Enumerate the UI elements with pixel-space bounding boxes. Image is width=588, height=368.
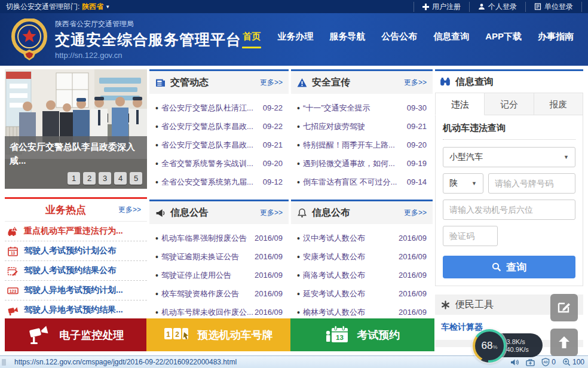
info-notice-section: 信息公告 更多>> •机动车临界强制报废公告2016/09 •驾驶证逾期未换证公…	[149, 200, 289, 321]
column-news-left: 交管动态 更多>> •省公安厅交警总队杜清江...09-22 •省公安厅交警总队…	[149, 69, 289, 347]
bullet: •	[155, 234, 158, 243]
info-publish-more[interactable]: 更多>>	[404, 208, 427, 218]
news-link[interactable]: •校车驾驶资格作废公告2016/09	[155, 284, 283, 303]
news-link[interactable]: •全省公安交警系统第九届...09-12	[155, 173, 283, 191]
engine-number-input[interactable]	[443, 200, 575, 220]
news-link[interactable]: •延安考试人数公布2016/09	[297, 284, 427, 303]
carousel-page-4[interactable]: 4	[114, 172, 127, 185]
nav-business[interactable]: 业务办理	[277, 31, 313, 48]
hot-more-link[interactable]: 更多>>	[118, 205, 141, 215]
carousel-page-1[interactable]: 1	[68, 172, 80, 185]
vehicle-type-select[interactable]: 小型汽车 ▼	[443, 147, 575, 167]
hot-item-remote-exam-plan[interactable]: 123 驾驶人异地考试预约计划...	[5, 281, 147, 300]
warning-icon	[297, 78, 307, 88]
personal-login-label: 个人登录	[488, 2, 517, 12]
news-link[interactable]: •省公安厅交警总队李昌政...09-22	[155, 117, 283, 136]
main-nav: 首页 业务办理 服务导航 公告公布 信息查询 APP下载 办事指南	[242, 31, 577, 48]
news-link[interactable]: •机动车临界强制报废公告2016/09	[155, 229, 283, 247]
traffic-news-more[interactable]: 更多>>	[260, 78, 283, 88]
hot-item-key-violations[interactable]: 重点机动车严重违法行为...	[5, 222, 147, 241]
news-date: 2016/09	[255, 271, 283, 280]
banner-exam-booking[interactable]: 13 考试预约	[290, 318, 434, 351]
nav-app-download[interactable]: APP下载	[485, 31, 522, 48]
usage-percent-sign: %	[492, 344, 497, 350]
police-badge-logo	[11, 19, 48, 60]
download-manager-button[interactable]	[526, 358, 535, 366]
account-links: 用户注册 个人登录 单位登录	[414, 2, 582, 12]
carousel-page-2[interactable]: 2	[83, 172, 96, 185]
carousel-page-3[interactable]: 3	[99, 172, 111, 185]
toolbox-icon	[526, 358, 535, 366]
news-link[interactable]: •“十一”交通安全提示09-30	[297, 99, 427, 117]
nav-handling-guide[interactable]: 办事指南	[538, 31, 574, 48]
bullet: •	[297, 159, 300, 168]
news-link[interactable]: •特别提醒！雨季开车上路...09-20	[297, 136, 427, 154]
megaphone-icon	[155, 208, 166, 218]
info-publish-list: •汉中考试人数公布2016/09 •安康考试人数公布2016/09 •商洛考试人…	[291, 224, 433, 321]
arrow-up-icon	[557, 335, 571, 349]
plate-row: 陕 ▼	[443, 173, 575, 200]
site-url: http://sn.122.gov.cn	[55, 51, 241, 60]
hot-item-remote-exam-result[interactable]: 驾驶人异地考试预约结果...	[5, 300, 147, 320]
status-link-url: https://sn.122.gov.cn/cmspage/jgdt/2016-…	[14, 358, 237, 366]
nav-home[interactable]: 首页	[242, 31, 261, 48]
document-icon	[534, 3, 541, 10]
hot-item-exam-result[interactable]: 驾驶人考试预约结果公布	[5, 261, 147, 281]
personal-login-link[interactable]: 个人登录	[469, 2, 525, 12]
news-link[interactable]: •汉中考试人数公布2016/09	[297, 229, 427, 247]
news-link[interactable]: •遇到轻微交通事故，如何...09-19	[297, 154, 427, 173]
query-submit-button[interactable]: 查询	[443, 256, 575, 278]
zoom-control[interactable]: 100	[562, 358, 584, 366]
region-selector[interactable]: 陕西省	[82, 2, 103, 12]
tab-violation[interactable]: 违法	[435, 93, 485, 115]
zoom-magnifier-icon	[562, 358, 571, 366]
register-link[interactable]: 用户注册	[414, 2, 469, 12]
hot-item-exam-plan[interactable]: 13 驾驶人考试预约计划公布	[5, 241, 147, 261]
news-link[interactable]: •安康考试人数公布2016/09	[297, 247, 427, 266]
news-link[interactable]: •省公安厅交警总队李昌政...09-21	[155, 136, 283, 154]
news-link[interactable]: •全省交警系统警务实战训...09-20	[155, 154, 283, 173]
nav-announcements[interactable]: 公告公布	[381, 31, 417, 48]
nav-service-guide[interactable]: 服务导航	[329, 31, 365, 48]
news-link[interactable]: •驾驶证逾期未换证公告2016/09	[155, 247, 283, 266]
chevron-down-icon: ▼	[105, 4, 110, 10]
unit-login-link[interactable]: 单位登录	[525, 2, 582, 12]
column-news-right: 安全宣传 更多>> •“十一”交通安全提示09-30 •七招应对疲劳驾驶09-2…	[291, 69, 433, 347]
news-date: 2016/09	[399, 234, 427, 243]
nav-info-query[interactable]: 信息查询	[433, 31, 469, 48]
tab-points[interactable]: 记分	[485, 93, 534, 115]
news-date: 2016/09	[399, 271, 427, 280]
banner-electronic-monitoring[interactable]: 电子监控处理	[5, 318, 146, 351]
plate-prefix-select[interactable]: 陕 ▼	[443, 173, 483, 194]
news-link[interactable]: •七招应对疲劳驾驶09-21	[297, 117, 427, 136]
hot-item-label: 驾驶人考试预约计划公布	[24, 246, 116, 256]
mute-button[interactable]	[510, 358, 519, 366]
news-link[interactable]: •商洛考试人数公布2016/09	[297, 266, 427, 284]
banner-plate-preselection[interactable]: 12 预选机动车号牌	[146, 318, 290, 351]
carousel-page-5[interactable]: 5	[130, 172, 142, 185]
news-text: “十一”交通安全提示	[303, 103, 370, 114]
memory-usage-circle[interactable]: 68 %	[473, 329, 506, 363]
page-status-icon	[2, 359, 6, 366]
news-link[interactable]: •驾驶证停止使用公告2016/09	[155, 266, 283, 284]
plate-number-input[interactable]	[488, 173, 575, 194]
captcha-input[interactable]	[443, 226, 498, 246]
banner-label: 电子监控处理	[60, 328, 124, 342]
info-notice-more[interactable]: 更多>>	[260, 208, 283, 218]
news-text: 全省公安交警系统第九届...	[161, 177, 253, 188]
register-label: 用户注册	[432, 2, 461, 12]
safety-promo-more[interactable]: 更多>>	[404, 78, 427, 88]
back-to-top-button[interactable]	[550, 329, 578, 356]
calendar-pencil-icon	[7, 265, 19, 277]
news-link[interactable]: •省公安厅交警总队杜清江...09-22	[155, 99, 283, 117]
info-notice-list: •机动车临界强制报废公告2016/09 •驾驶证逾期未换证公告2016/09 •…	[149, 224, 289, 321]
chevron-down-icon: ▼	[564, 154, 569, 160]
news-link[interactable]: •倒车雷达有盲区 不可过分...09-14	[297, 173, 427, 191]
ad-block-counter[interactable]: AD 0	[541, 358, 556, 366]
news-carousel[interactable]: 省公安厅交警总队李昌政委深入咸... 1 2 3 4 5	[5, 69, 147, 189]
svg-text:AD: AD	[543, 360, 548, 364]
tab-scrap[interactable]: 报废	[534, 93, 583, 115]
camera-icon	[7, 305, 19, 316]
feedback-button[interactable]	[550, 294, 578, 321]
hot-item-label: 驾驶人异地考试预约计划...	[24, 285, 123, 296]
